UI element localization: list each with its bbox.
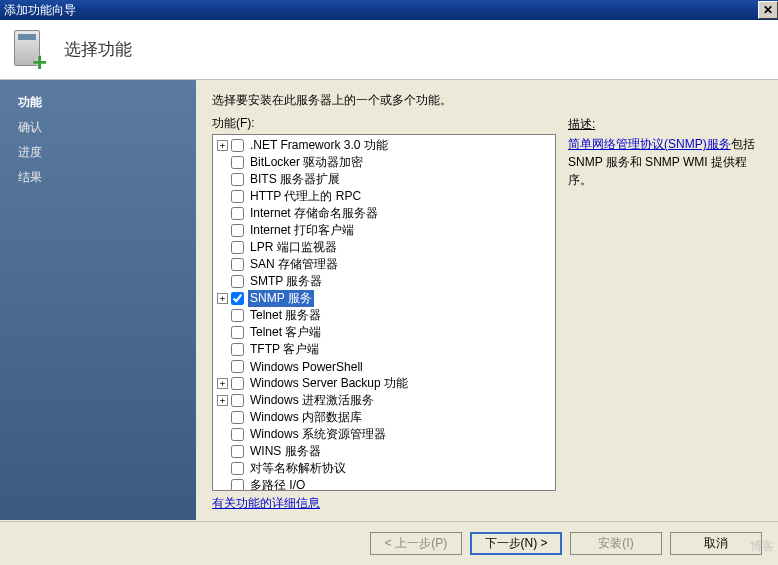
sidebar-item[interactable]: 确认 xyxy=(0,115,196,140)
feature-checkbox[interactable] xyxy=(231,156,244,169)
tree-item[interactable]: Windows 内部数据库 xyxy=(213,409,555,426)
feature-checkbox[interactable] xyxy=(231,207,244,220)
feature-checkbox[interactable] xyxy=(231,377,244,390)
tree-item[interactable]: SMTP 服务器 xyxy=(213,273,555,290)
features-label: 功能(F): xyxy=(212,115,556,132)
feature-label[interactable]: Windows PowerShell xyxy=(248,360,365,374)
tree-item[interactable]: WINS 服务器 xyxy=(213,443,555,460)
feature-checkbox[interactable] xyxy=(231,411,244,424)
feature-checkbox[interactable] xyxy=(231,479,244,491)
next-button[interactable]: 下一步(N) > xyxy=(470,532,562,555)
feature-label[interactable]: Windows 内部数据库 xyxy=(248,409,364,426)
cancel-button[interactable]: 取消 xyxy=(670,532,762,555)
feature-label[interactable]: SAN 存储管理器 xyxy=(248,256,340,273)
tree-item[interactable]: Windows 系统资源管理器 xyxy=(213,426,555,443)
description-heading: 描述: xyxy=(568,115,768,133)
feature-checkbox[interactable] xyxy=(231,224,244,237)
tree-item[interactable]: HTTP 代理上的 RPC xyxy=(213,188,555,205)
main-panel: 选择要安装在此服务器上的一个或多个功能。 功能(F): +.NET Framew… xyxy=(196,80,778,520)
tree-item[interactable]: Internet 存储命名服务器 xyxy=(213,205,555,222)
tree-item[interactable]: +Windows Server Backup 功能 xyxy=(213,375,555,392)
feature-label[interactable]: HTTP 代理上的 RPC xyxy=(248,188,363,205)
header-band: + 选择功能 xyxy=(0,20,778,80)
tree-item[interactable]: BitLocker 驱动器加密 xyxy=(213,154,555,171)
feature-checkbox[interactable] xyxy=(231,360,244,373)
feature-label[interactable]: LPR 端口监视器 xyxy=(248,239,339,256)
description-link[interactable]: 简单网络管理协议(SNMP)服务 xyxy=(568,137,731,151)
close-button[interactable]: ✕ xyxy=(758,1,778,19)
footer: < 上一步(P) 下一步(N) > 安装(I) 取消 xyxy=(0,521,778,565)
feature-checkbox[interactable] xyxy=(231,292,244,305)
feature-checkbox[interactable] xyxy=(231,139,244,152)
body-area: 功能确认进度结果 选择要安装在此服务器上的一个或多个功能。 功能(F): +.N… xyxy=(0,80,778,520)
window-title: 添加功能向导 xyxy=(4,2,76,19)
tree-item[interactable]: 对等名称解析协议 xyxy=(213,460,555,477)
sidebar-item[interactable]: 功能 xyxy=(0,90,196,115)
feature-label[interactable]: .NET Framework 3.0 功能 xyxy=(248,137,390,154)
tree-item[interactable]: +Windows 进程激活服务 xyxy=(213,392,555,409)
feature-label[interactable]: WINS 服务器 xyxy=(248,443,323,460)
feature-checkbox[interactable] xyxy=(231,258,244,271)
tree-item[interactable]: TFTP 客户端 xyxy=(213,341,555,358)
feature-checkbox[interactable] xyxy=(231,394,244,407)
feature-label[interactable]: SMTP 服务器 xyxy=(248,273,324,290)
feature-label[interactable]: Internet 存储命名服务器 xyxy=(248,205,380,222)
feature-label[interactable]: Telnet 服务器 xyxy=(248,307,323,324)
expand-icon[interactable]: + xyxy=(217,395,228,406)
tree-item[interactable]: +.NET Framework 3.0 功能 xyxy=(213,137,555,154)
expand-icon[interactable]: + xyxy=(217,140,228,151)
feature-checkbox[interactable] xyxy=(231,309,244,322)
feature-checkbox[interactable] xyxy=(231,462,244,475)
tree-item[interactable]: Telnet 客户端 xyxy=(213,324,555,341)
sidebar-item[interactable]: 进度 xyxy=(0,140,196,165)
wizard-icon: + xyxy=(8,28,52,72)
expand-icon[interactable]: + xyxy=(217,378,228,389)
tree-item[interactable]: +SNMP 服务 xyxy=(213,290,555,307)
description-text: 简单网络管理协议(SNMP)服务包括 SNMP 服务和 SNMP WMI 提供程… xyxy=(568,135,768,189)
feature-checkbox[interactable] xyxy=(231,190,244,203)
feature-checkbox[interactable] xyxy=(231,428,244,441)
feature-label[interactable]: TFTP 客户端 xyxy=(248,341,321,358)
tree-item[interactable]: BITS 服务器扩展 xyxy=(213,171,555,188)
sidebar-item[interactable]: 结果 xyxy=(0,165,196,190)
more-info-link[interactable]: 有关功能的详细信息 xyxy=(212,495,556,512)
tree-item[interactable]: LPR 端口监视器 xyxy=(213,239,555,256)
instruction-text: 选择要安装在此服务器上的一个或多个功能。 xyxy=(212,92,768,109)
feature-label[interactable]: Windows Server Backup 功能 xyxy=(248,375,410,392)
feature-label[interactable]: Windows 系统资源管理器 xyxy=(248,426,388,443)
tree-item[interactable]: SAN 存储管理器 xyxy=(213,256,555,273)
feature-label[interactable]: Windows 进程激活服务 xyxy=(248,392,376,409)
tree-item[interactable]: 多路径 I/O xyxy=(213,477,555,491)
feature-checkbox[interactable] xyxy=(231,275,244,288)
feature-checkbox[interactable] xyxy=(231,241,244,254)
title-bar: 添加功能向导 ✕ xyxy=(0,0,778,20)
tree-item[interactable]: Windows PowerShell xyxy=(213,358,555,375)
feature-label[interactable]: BitLocker 驱动器加密 xyxy=(248,154,365,171)
feature-checkbox[interactable] xyxy=(231,173,244,186)
tree-item[interactable]: Internet 打印客户端 xyxy=(213,222,555,239)
sidebar: 功能确认进度结果 xyxy=(0,80,196,520)
expand-icon[interactable]: + xyxy=(217,293,228,304)
prev-button[interactable]: < 上一步(P) xyxy=(370,532,462,555)
feature-label[interactable]: SNMP 服务 xyxy=(248,290,314,307)
feature-label[interactable]: BITS 服务器扩展 xyxy=(248,171,342,188)
feature-label[interactable]: 对等名称解析协议 xyxy=(248,460,348,477)
feature-label[interactable]: Telnet 客户端 xyxy=(248,324,323,341)
feature-label[interactable]: Internet 打印客户端 xyxy=(248,222,356,239)
feature-checkbox[interactable] xyxy=(231,343,244,356)
feature-checkbox[interactable] xyxy=(231,326,244,339)
feature-checkbox[interactable] xyxy=(231,445,244,458)
tree-item[interactable]: Telnet 服务器 xyxy=(213,307,555,324)
feature-label[interactable]: 多路径 I/O xyxy=(248,477,307,491)
install-button[interactable]: 安装(I) xyxy=(570,532,662,555)
description-panel: 描述: 简单网络管理协议(SNMP)服务包括 SNMP 服务和 SNMP WMI… xyxy=(568,115,768,512)
page-title: 选择功能 xyxy=(64,38,132,61)
features-tree[interactable]: +.NET Framework 3.0 功能BitLocker 驱动器加密BIT… xyxy=(212,134,556,491)
